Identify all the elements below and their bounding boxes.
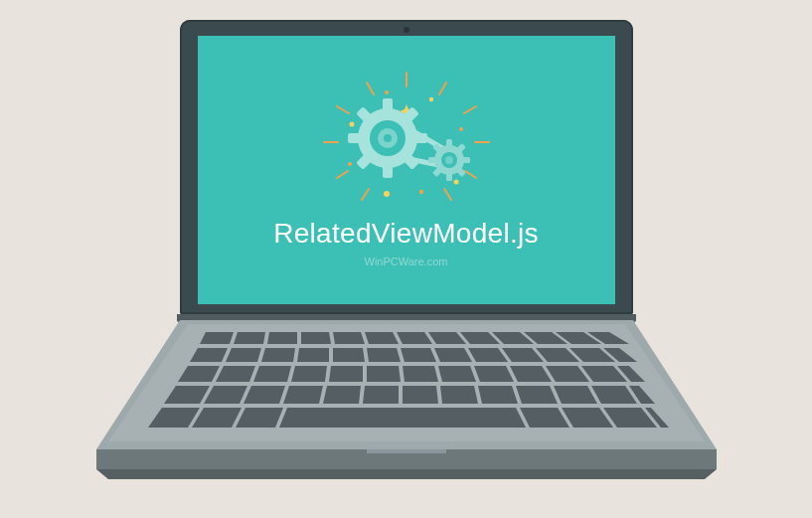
svg-rect-25 <box>413 133 427 143</box>
svg-marker-94 <box>440 386 478 404</box>
svg-marker-103 <box>279 408 526 428</box>
svg-marker-77 <box>291 366 327 382</box>
filename-label: RelatedViewModel.js <box>273 218 539 250</box>
svg-marker-63 <box>261 348 295 362</box>
svg-point-16 <box>384 191 390 197</box>
screen: RelatedViewModel.js WinPCWare.com <box>198 36 615 304</box>
svg-rect-24 <box>348 133 362 143</box>
svg-marker-79 <box>367 366 401 382</box>
svg-marker-65 <box>333 348 365 362</box>
svg-marker-64 <box>297 348 329 362</box>
svg-line-1 <box>367 83 374 94</box>
svg-rect-22 <box>383 98 393 112</box>
svg-marker-47 <box>96 469 717 479</box>
svg-point-17 <box>418 189 422 193</box>
laptop-illustration: RelatedViewModel.js WinPCWare.com <box>88 20 725 489</box>
svg-line-3 <box>337 106 349 113</box>
svg-line-4 <box>464 106 476 113</box>
svg-marker-52 <box>333 332 365 344</box>
svg-line-7 <box>337 171 348 178</box>
svg-point-13 <box>428 96 432 100</box>
svg-marker-93 <box>403 386 438 404</box>
screen-bezel: RelatedViewModel.js WinPCWare.com <box>180 20 633 314</box>
svg-marker-66 <box>367 348 401 362</box>
svg-marker-48 <box>200 332 234 344</box>
svg-point-32 <box>384 134 392 142</box>
svg-point-18 <box>453 179 458 184</box>
svg-point-15 <box>348 162 352 166</box>
svg-marker-51 <box>301 332 331 344</box>
gears-icon <box>292 65 521 214</box>
svg-marker-49 <box>234 332 265 344</box>
svg-marker-81 <box>438 366 476 382</box>
svg-point-11 <box>349 121 354 126</box>
svg-marker-90 <box>283 386 323 404</box>
svg-line-2 <box>439 83 446 94</box>
svg-rect-36 <box>428 157 437 163</box>
svg-line-9 <box>362 189 369 200</box>
svg-point-14 <box>459 127 463 131</box>
svg-rect-37 <box>461 157 470 163</box>
svg-rect-34 <box>446 139 452 148</box>
svg-rect-108 <box>367 449 446 453</box>
svg-rect-35 <box>446 172 452 181</box>
svg-marker-80 <box>403 366 438 382</box>
svg-line-10 <box>444 189 451 200</box>
svg-point-12 <box>385 90 389 94</box>
svg-marker-76 <box>253 366 291 382</box>
watermark-label: WinPCWare.com <box>365 256 448 267</box>
svg-rect-23 <box>383 164 393 178</box>
svg-marker-92 <box>363 386 399 404</box>
laptop-base <box>88 320 725 489</box>
svg-marker-95 <box>478 386 518 404</box>
svg-marker-62 <box>226 348 261 362</box>
svg-line-8 <box>465 171 476 178</box>
svg-marker-78 <box>329 366 363 382</box>
svg-point-43 <box>445 156 453 164</box>
svg-marker-67 <box>401 348 436 362</box>
svg-marker-50 <box>267 332 297 344</box>
svg-marker-91 <box>323 386 361 404</box>
svg-marker-53 <box>365 332 399 344</box>
